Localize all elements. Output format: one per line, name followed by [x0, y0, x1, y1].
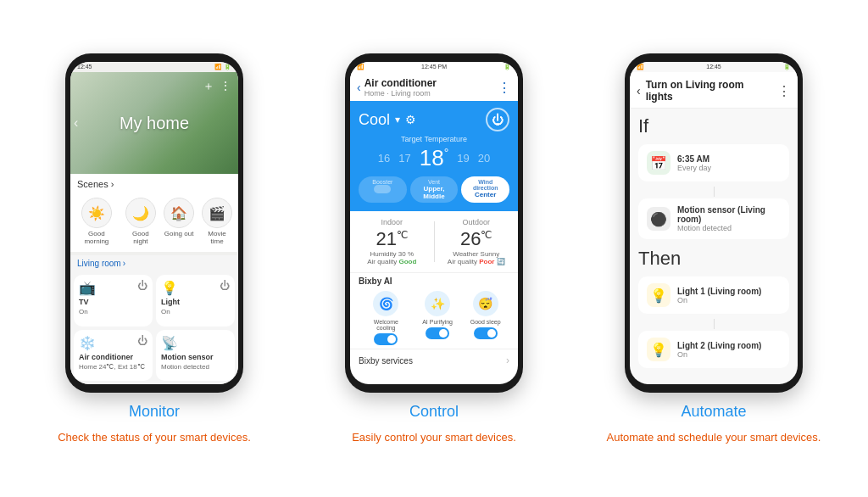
condition-motion-info: Motion sensor (Living room) Motion detec… — [677, 205, 781, 232]
movie-time-icon: 🎬 — [202, 198, 232, 228]
more-icon[interactable]: ⋮ — [220, 79, 231, 94]
wind-direction-option[interactable]: Wind direction Center — [461, 176, 509, 203]
control-signal-icon: 📶 — [357, 64, 364, 70]
temp-17[interactable]: 17 — [398, 152, 410, 165]
good-night-icon: 🌙 — [125, 198, 156, 228]
indoor-block: Indoor 21℃ Humidity 30 % Air quality Goo… — [359, 218, 426, 265]
tv-power-icon[interactable]: ⏻ — [137, 280, 147, 292]
tv-name: TV — [79, 298, 147, 306]
booster-label: Booster — [364, 179, 402, 185]
phones-row: 12:45 📶 🔋 My home ＋ ⋮ ‹ — [8, 53, 860, 444]
automate-phone-frame: 📶 12:45 🔋 ‹ Turn on Living room lights ⋮… — [625, 53, 803, 393]
device-light[interactable]: 💡 ⏻ Light On — [156, 275, 235, 327]
control-screen: 📶 12:45 PM 🔋 ‹ Air conditioner Home · Li… — [350, 62, 518, 384]
tv-status: On — [79, 308, 147, 316]
automate-battery-icon: 🔋 — [783, 64, 791, 70]
control-phone-frame: 📶 12:45 PM 🔋 ‹ Air conditioner Home · Li… — [345, 53, 523, 393]
control-more-icon[interactable]: ⋮ — [498, 80, 511, 96]
ac-power-icon[interactable]: ⏻ — [137, 335, 147, 347]
temp-20[interactable]: 20 — [478, 152, 490, 165]
prev-arrow-icon[interactable]: ‹ — [74, 115, 78, 131]
cool-row: Cool ▾ ⚙ ⏻ — [359, 108, 509, 131]
scene-movie-time[interactable]: 🎬 Movie time — [201, 198, 233, 245]
automate-if-label: If — [638, 115, 789, 137]
monitor-screen: 12:45 📶 🔋 My home ＋ ⋮ ‹ — [70, 62, 238, 384]
booster-option[interactable]: Booster — [359, 176, 407, 203]
condition-time-info: 6:35 AM Every day — [677, 154, 781, 172]
add-icon[interactable]: ＋ — [203, 79, 214, 94]
indoor-outdoor-section: Indoor 21℃ Humidity 30 % Air quality Goo… — [350, 211, 518, 272]
bixby-services-label: Bixby services — [359, 356, 413, 366]
monitor-time: 12:45 — [77, 64, 92, 70]
scene-good-morning[interactable]: ☀️ Good morning — [75, 198, 118, 245]
motion-status: Motion detected — [161, 363, 230, 371]
bixby-services[interactable]: Bixby services › — [350, 349, 518, 371]
actions-divider — [638, 319, 789, 329]
welcome-cooling-toggle[interactable] — [374, 333, 398, 345]
indoor-humidity: Humidity 30 % — [370, 250, 414, 258]
automate-routine-title: Turn on Living room lights — [646, 79, 772, 103]
control-time: 12:45 PM — [421, 64, 447, 70]
bixby-welcome-cooling[interactable]: 🌀 Welcome cooling — [367, 291, 404, 345]
good-night-label: Good night — [125, 230, 157, 245]
bixby-section: Bixby AI 🌀 Welcome cooling ✨ AI Purifyin… — [350, 272, 518, 349]
ac-icon: ❄️ — [79, 335, 96, 351]
monitor-scenes-row: ☀️ Good morning 🌙 Good night 🏠 Going out — [70, 194, 238, 252]
condition-motion[interactable]: ⚫ Motion sensor (Living room) Motion det… — [638, 198, 789, 239]
control-desc: Easily control your smart devices. — [352, 431, 516, 444]
automate-then-label: Then — [638, 248, 789, 270]
scene-good-night[interactable]: 🌙 Good night — [125, 198, 157, 245]
motion-sensor-icon: ⚫ — [647, 207, 670, 231]
monitor-section: 12:45 📶 🔋 My home ＋ ⋮ ‹ — [27, 53, 281, 444]
outdoor-block: Outdoor 26℃ Weather Sunny Air quality Po… — [443, 218, 510, 265]
monitor-title: Monitor — [129, 403, 180, 421]
device-ac[interactable]: ❄️ ⏻ Air conditioner Home 24℃, Ext 18℃ — [74, 330, 153, 382]
device-motion[interactable]: 📡 Motion sensor Motion detected — [156, 330, 235, 382]
good-morning-label: Good morning — [75, 230, 118, 245]
control-back-button[interactable]: ‹ — [357, 81, 361, 94]
good-sleep-icon: 😴 — [473, 291, 498, 316]
automate-back-button[interactable]: ‹ — [637, 84, 641, 98]
automate-time: 12:45 — [706, 64, 721, 70]
light-power-icon[interactable]: ⏻ — [220, 280, 230, 292]
calendar-icon: 📅 — [647, 151, 670, 175]
action-light1[interactable]: 💡 Light 1 (Living room) On — [638, 276, 789, 314]
control-blue-panel: Cool ▾ ⚙ ⏻ Target Temperature 16 17 18° … — [350, 101, 518, 211]
ai-purifying-toggle[interactable] — [426, 327, 449, 339]
outdoor-weather: Weather Sunny — [453, 250, 499, 258]
action-light2[interactable]: 💡 Light 2 (Living room) On — [638, 331, 789, 368]
going-out-label: Going out — [164, 230, 194, 237]
bixby-good-sleep[interactable]: 😴 Good sleep — [470, 291, 501, 345]
monitor-status-bar: 12:45 📶 🔋 — [70, 62, 238, 72]
control-device-title: Air conditioner — [364, 77, 437, 89]
temp-row: 16 17 18° 19 20 — [359, 145, 509, 171]
monitor-desc: Check the status of your smart devices. — [58, 431, 251, 444]
bixby-ai-purifying[interactable]: ✨ AI Purifying — [422, 291, 453, 345]
scene-going-out[interactable]: 🏠 Going out — [164, 198, 194, 245]
light-status: On — [161, 308, 230, 316]
mode-dropdown-icon[interactable]: ▾ — [395, 114, 400, 126]
monitor-phone-frame: 12:45 📶 🔋 My home ＋ ⋮ ‹ — [65, 53, 243, 393]
temp-current[interactable]: 18° — [420, 145, 449, 171]
condition-time[interactable]: 📅 6:35 AM Every day — [638, 144, 789, 181]
power-button[interactable]: ⏻ — [486, 108, 509, 131]
welcome-cooling-icon: 🌀 — [373, 291, 398, 316]
monitor-living-room[interactable]: Living room › — [70, 255, 238, 271]
ac-name: Air conditioner — [79, 353, 147, 361]
vent-option[interactable]: Vent Upper, Middle — [410, 176, 459, 203]
temp-19[interactable]: 19 — [457, 152, 469, 165]
good-sleep-toggle[interactable] — [474, 327, 498, 339]
automate-status-bar: 📶 12:45 🔋 — [630, 62, 798, 72]
automate-more-icon[interactable]: ⋮ — [777, 83, 791, 99]
control-options-row: Booster Vent Upper, Middle Wind directio… — [359, 176, 509, 203]
condition-time-name: 6:35 AM — [677, 154, 781, 164]
automate-title: Automate — [681, 403, 746, 421]
action-light2-name: Light 2 (Living room) — [677, 341, 781, 350]
monitor-scenes-label: Scenes › — [70, 174, 238, 194]
cool-mode-label: Cool — [359, 111, 390, 129]
indoor-air-quality: Air quality Good — [367, 258, 416, 265]
automate-header: ‹ Turn on Living room lights ⋮ — [630, 72, 798, 109]
temp-16[interactable]: 16 — [378, 152, 390, 165]
device-tv[interactable]: 📺 ⏻ TV On — [74, 275, 153, 327]
motion-name: Motion sensor — [161, 353, 230, 361]
